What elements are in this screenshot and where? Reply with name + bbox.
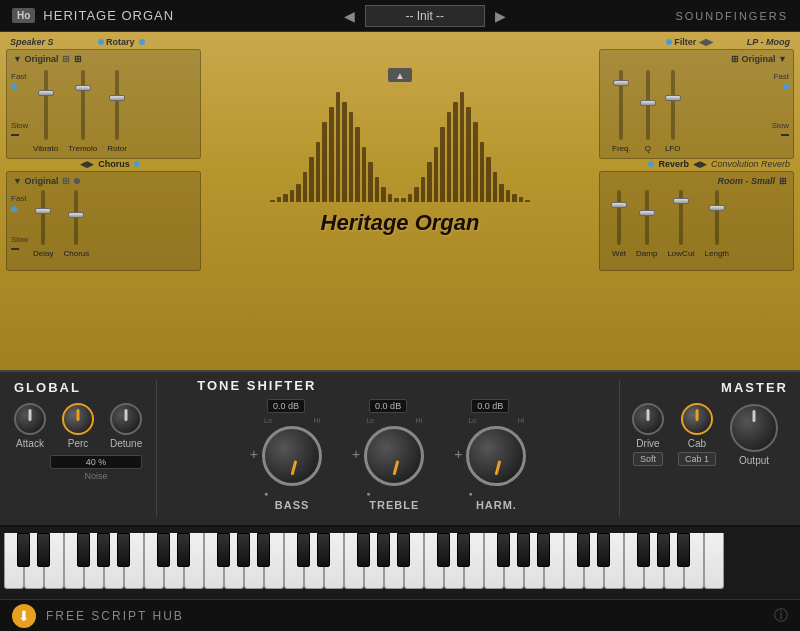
chorus-panel: ▼ Original ⊞ Fast Slow Delay xyxy=(6,171,201,271)
preset-navigator: ◀ -- Init -- ▶ xyxy=(340,5,510,27)
harm-db-value: 0.0 dB xyxy=(471,399,509,413)
preset-display[interactable]: -- Init -- xyxy=(365,5,485,27)
global-title: GLOBAL xyxy=(14,380,142,395)
speed-indicator-1[interactable] xyxy=(11,84,17,90)
black-key[interactable] xyxy=(97,533,110,567)
drive-knob[interactable] xyxy=(632,403,664,435)
treble-knob-group: LoHi ● TREBLE xyxy=(364,417,424,511)
plugin-title: Heritage Organ xyxy=(43,8,174,23)
cab-value-button[interactable]: Cab 1 xyxy=(678,452,716,466)
fast-label-1: Fast xyxy=(11,72,27,81)
black-key[interactable] xyxy=(537,533,550,567)
black-key[interactable] xyxy=(17,533,30,567)
original-switch[interactable]: ⊞ xyxy=(74,54,82,64)
black-key[interactable] xyxy=(457,533,470,567)
tremolo-slider[interactable]: Tremolo xyxy=(68,70,97,153)
top-bar: Ho Heritage Organ ◀ -- Init -- ▶ SoundFi… xyxy=(0,0,800,32)
black-key[interactable] xyxy=(397,533,410,567)
white-key[interactable] xyxy=(704,533,724,589)
black-key[interactable] xyxy=(577,533,590,567)
black-key[interactable] xyxy=(257,533,270,567)
rotary-label: Rotary xyxy=(98,37,146,47)
vibrato-slider[interactable]: Vibrato xyxy=(33,70,58,153)
rotor-slider[interactable]: Rotor xyxy=(107,70,127,153)
next-preset-button[interactable]: ▶ xyxy=(491,8,510,24)
chorus-slider[interactable]: Chorus xyxy=(63,190,89,258)
black-key[interactable] xyxy=(237,533,250,567)
plus-harm: + xyxy=(454,446,462,462)
q-slider[interactable]: Q xyxy=(645,70,651,153)
bottom-bar: ⬇ FREE SCRIPT HUB ⓘ xyxy=(0,599,800,631)
black-key[interactable] xyxy=(177,533,190,567)
harm-knob[interactable] xyxy=(466,426,526,486)
info-icon[interactable]: ⓘ xyxy=(774,607,788,625)
original-label-bl: ▼ Original xyxy=(13,176,58,186)
speed-indicator-2[interactable] xyxy=(783,84,789,90)
drive-label: Drive xyxy=(636,438,659,449)
output-knob-group: Output xyxy=(730,404,778,466)
freq-slider[interactable]: Freq. xyxy=(612,70,631,153)
instrument-name: Heritage Organ xyxy=(321,210,480,236)
drive-soft-button[interactable]: Soft xyxy=(633,452,663,466)
cab-knob-group: Cab Cab 1 xyxy=(678,403,716,466)
collapse-button[interactable]: ▲ xyxy=(388,68,412,82)
treble-db-value: 0.0 dB xyxy=(369,399,407,413)
wet-slider[interactable]: Wet xyxy=(612,190,626,258)
perc-knob[interactable] xyxy=(62,403,94,435)
black-key[interactable] xyxy=(317,533,330,567)
treble-knob[interactable] xyxy=(364,426,424,486)
black-key[interactable] xyxy=(377,533,390,567)
speaker-label: Speaker S xyxy=(10,37,54,47)
black-key[interactable] xyxy=(37,533,50,567)
filter-panel: ⊞ Original ▼ Fast Slow Freq. xyxy=(599,49,794,159)
octave-0 xyxy=(4,533,144,589)
black-key[interactable] xyxy=(77,533,90,567)
lowcut-slider[interactable]: LowCut xyxy=(667,190,694,258)
black-key[interactable] xyxy=(157,533,170,567)
black-key[interactable] xyxy=(217,533,230,567)
black-key[interactable] xyxy=(117,533,130,567)
bass-label: BASS xyxy=(275,499,310,511)
black-key[interactable] xyxy=(597,533,610,567)
output-label: Output xyxy=(739,455,769,466)
bass-knob[interactable] xyxy=(262,426,322,486)
black-key[interactable] xyxy=(437,533,450,567)
cab-label: Cab xyxy=(688,438,706,449)
output-knob[interactable] xyxy=(730,404,778,452)
cab-knob[interactable] xyxy=(681,403,713,435)
fast-label-3: Fast xyxy=(11,194,27,203)
keyboard[interactable] xyxy=(4,533,796,589)
filter-label: Filter ◀▶ xyxy=(666,37,713,47)
speed-indicator-3[interactable] xyxy=(11,206,17,212)
reverb-panel: Room - Small ⊞ Wet Damp xyxy=(599,171,794,271)
perc-knob-group: Perc xyxy=(62,403,94,449)
download-button[interactable]: ⬇ xyxy=(12,604,36,628)
detune-knob[interactable] xyxy=(110,403,142,435)
attack-knob[interactable] xyxy=(14,403,46,435)
detune-knob-group: Detune xyxy=(110,403,142,449)
plus-bass: + xyxy=(250,446,258,462)
harm-label: HARM. xyxy=(476,499,517,511)
lfo-slider[interactable]: LFO xyxy=(665,70,681,153)
damp-slider[interactable]: Damp xyxy=(636,190,657,258)
black-key[interactable] xyxy=(657,533,670,567)
black-key[interactable] xyxy=(637,533,650,567)
length-slider[interactable]: Length xyxy=(705,190,729,258)
noise-value[interactable]: 40 % xyxy=(50,455,142,469)
black-key[interactable] xyxy=(297,533,310,567)
rotary-panel: ▼ Original ⊞ ⊞ Fast Slow Vibrato xyxy=(6,49,201,159)
slow-label-1: Slow xyxy=(11,121,28,130)
black-key[interactable] xyxy=(677,533,690,567)
keyboard-area xyxy=(0,527,800,599)
black-key[interactable] xyxy=(497,533,510,567)
master-section: MASTER Drive Soft Cab Cab 1 Output xyxy=(620,372,800,525)
delay-slider[interactable]: Delay xyxy=(33,190,53,258)
center-display: ▲ Heritage Organ xyxy=(260,67,540,237)
treble-label: TREBLE xyxy=(369,499,419,511)
prev-preset-button[interactable]: ◀ xyxy=(340,8,359,24)
link-icon-1: ⊞ xyxy=(62,54,70,64)
drive-knob-group: Drive Soft xyxy=(632,403,664,466)
black-key[interactable] xyxy=(517,533,530,567)
black-key[interactable] xyxy=(357,533,370,567)
original-label-br: ⊞ xyxy=(779,176,787,186)
